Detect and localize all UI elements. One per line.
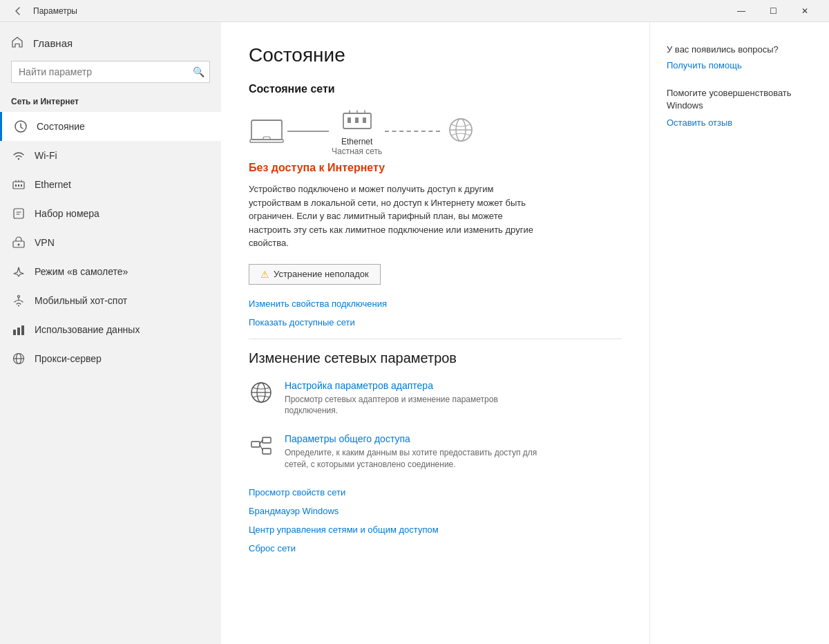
svg-rect-10: [21, 325, 24, 335]
datausage-icon: [11, 322, 26, 337]
globe-icon: [443, 117, 479, 145]
svg-rect-8: [13, 330, 16, 335]
svg-point-6: [18, 305, 19, 307]
svg-rect-17: [355, 117, 359, 123]
titlebar: Параметры — ☐ ✕: [0, 0, 829, 22]
network-label: Ethernet: [341, 137, 372, 146]
sidebar-item-proxy[interactable]: Прокси-сервер: [0, 344, 221, 373]
sidebar-item-datausage[interactable]: Использование данных: [0, 315, 221, 344]
svg-rect-25: [263, 448, 271, 454]
network-diagram: Ethernet Частная сеть: [249, 106, 622, 156]
svg-rect-18: [363, 117, 366, 123]
link-network-center[interactable]: Центр управления сетями и общим доступом: [249, 524, 622, 535]
adapter-text: Настройка параметров адаптера Просмотр с…: [285, 380, 547, 417]
link-change-properties[interactable]: Изменить свойства подключения: [249, 299, 622, 309]
home-icon: [11, 36, 25, 50]
right-panel-help-link[interactable]: Получить помощь: [667, 60, 812, 70]
svg-point-5: [18, 244, 20, 246]
link-view-properties[interactable]: Просмотр свойств сети: [249, 487, 622, 498]
network-status-title: Состояние сети: [249, 83, 622, 95]
svg-rect-23: [251, 442, 260, 447]
link-firewall[interactable]: Брандмауэр Windows: [249, 506, 622, 516]
network-sublabel: Частная сеть: [332, 146, 382, 156]
sidebar-item-label-wifi: Wi-Fi: [35, 150, 57, 161]
app-body: Главная 🔍 Сеть и Интернет Состояние: [0, 22, 829, 644]
search-box[interactable]: 🔍: [11, 61, 210, 83]
page-title: Состояние: [249, 44, 622, 66]
connection-line-dashed: [385, 131, 440, 132]
sidebar-home-button[interactable]: Главная: [0, 28, 221, 58]
sidebar-item-hotspot[interactable]: Мобильный хот-спот: [0, 286, 221, 315]
right-panel: У вас появились вопросы? Получить помощь…: [649, 22, 829, 644]
settings-item-adapter: Настройка параметров адаптера Просмотр с…: [249, 380, 622, 417]
sharing-desc: Определите, к каким данным вы хотите пре…: [285, 447, 547, 471]
troubleshoot-button[interactable]: ⚠ Устранение неполадок: [249, 264, 381, 285]
adapter-icon: [249, 380, 274, 405]
svg-rect-9: [17, 328, 20, 335]
sidebar-item-label-status: Состояние: [37, 121, 85, 132]
sidebar-item-ethernet[interactable]: Ethernet: [0, 170, 221, 199]
section-divider: [249, 339, 622, 339]
sidebar-item-label-dialup: Набор номера: [35, 208, 99, 219]
wifi-icon: [11, 148, 26, 163]
settings-item-sharing: Параметры общего доступа Определите, к к…: [249, 433, 622, 471]
svg-rect-3: [14, 209, 23, 218]
sidebar: Главная 🔍 Сеть и Интернет Состояние: [0, 22, 221, 644]
status-description: Устройство подключено и может получить д…: [249, 182, 539, 250]
sidebar-item-airplane[interactable]: Режим «в самолете»: [0, 257, 221, 286]
svg-point-7: [18, 296, 20, 298]
sharing-icon: [249, 433, 274, 458]
svg-rect-14: [250, 140, 283, 142]
adapter-title[interactable]: Настройка параметров адаптера: [285, 380, 547, 391]
airplane-icon: [11, 264, 26, 279]
vpn-icon: [11, 235, 26, 250]
maximize-button[interactable]: ☐: [757, 0, 789, 22]
status-icon: [13, 119, 28, 134]
computer-icon: [249, 117, 285, 145]
sidebar-item-label-airplane: Режим «в самолете»: [35, 266, 128, 277]
hotspot-icon: [11, 293, 26, 308]
svg-rect-16: [347, 117, 351, 123]
proxy-icon: [11, 351, 26, 366]
close-button[interactable]: ✕: [789, 0, 821, 22]
window-controls: — ☐ ✕: [725, 0, 821, 22]
link-show-networks[interactable]: Показать доступные сети: [249, 317, 622, 328]
connection-line-solid: [287, 131, 329, 132]
troubleshoot-label: Устранение неполадок: [274, 269, 369, 279]
ethernet-icon: [11, 177, 26, 192]
sidebar-item-label-proxy: Прокси-сервер: [35, 353, 102, 364]
right-panel-question: У вас появились вопросы?: [667, 44, 812, 55]
sidebar-item-label-ethernet: Ethernet: [35, 179, 71, 190]
back-button[interactable]: [8, 1, 28, 21]
sidebar-item-label-hotspot: Мобильный хот-спот: [35, 295, 127, 306]
sidebar-item-label-datausage: Использование данных: [35, 324, 140, 335]
sidebar-item-status[interactable]: Состояние: [0, 112, 221, 141]
sidebar-item-dialup[interactable]: Набор номера: [0, 199, 221, 228]
main-content: Состояние Состояние сети: [221, 22, 649, 644]
sidebar-item-label-vpn: VPN: [35, 237, 55, 248]
titlebar-title: Параметры: [33, 6, 77, 16]
sharing-title[interactable]: Параметры общего доступа: [285, 433, 547, 444]
search-input[interactable]: [11, 61, 210, 83]
right-panel-improve: Помогите усовершенствовать Windows: [667, 87, 812, 112]
adapter-desc: Просмотр сетевых адаптеров и изменение п…: [285, 394, 547, 417]
sidebar-item-wifi[interactable]: Wi-Fi: [0, 141, 221, 170]
sharing-text: Параметры общего доступа Определите, к к…: [285, 433, 547, 471]
change-section-title: Изменение сетевых параметров: [249, 350, 622, 366]
sidebar-home-label: Главная: [33, 37, 73, 49]
right-panel-feedback-link[interactable]: Оставить отзыв: [667, 117, 812, 128]
sidebar-section-title: Сеть и Интернет: [0, 91, 221, 112]
minimize-button[interactable]: —: [725, 0, 757, 22]
search-icon: 🔍: [193, 66, 204, 77]
link-reset[interactable]: Сброс сети: [249, 543, 622, 553]
no-internet-title: Без доступа к Интернету: [249, 162, 622, 174]
warning-icon: ⚠: [260, 269, 269, 280]
router-icon: Ethernet Частная сеть: [332, 106, 382, 156]
svg-rect-24: [263, 437, 271, 443]
svg-point-1: [18, 158, 19, 160]
sidebar-item-vpn[interactable]: VPN: [0, 228, 221, 257]
dialup-icon: [11, 206, 26, 221]
